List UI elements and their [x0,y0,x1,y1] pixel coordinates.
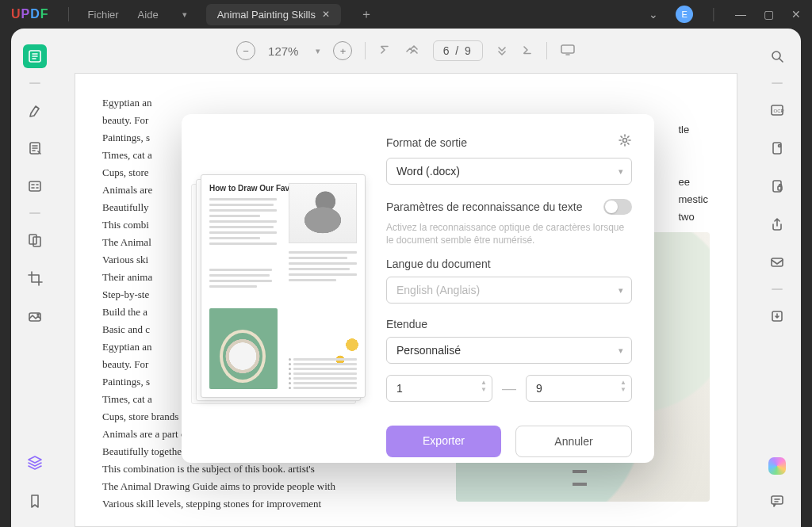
window-minimize-icon[interactable]: — [735,8,746,21]
language-select[interactable]: English (Anglais) [386,277,632,304]
zoom-in-button[interactable]: + [333,41,352,60]
first-page-button[interactable] [378,44,391,59]
range-dash: — [502,380,516,397]
svg-rect-17 [561,45,574,53]
share-button[interactable] [765,212,789,236]
ocr-button[interactable]: OCR [765,98,789,122]
doc-fragment: tle [678,121,708,139]
form-tool-button[interactable] [23,174,47,198]
divider [68,7,69,21]
separator [772,82,783,84]
menu-help[interactable]: Aide [138,9,159,21]
notes-tool-button[interactable] [23,136,47,160]
doc-fragment: mestic [678,191,708,208]
total-pages: 9 [465,44,473,57]
format-label: Format de sortie [386,136,467,149]
divider [365,42,366,59]
compress-button[interactable] [765,136,789,160]
reader-mode-button[interactable] [23,44,47,68]
preview-image-photo [209,308,278,389]
format-select[interactable]: Word (.docx) [386,158,632,185]
doc-fragment: two [678,208,708,226]
user-avatar[interactable]: E [676,6,693,23]
tab-title: Animal Painting Skills [217,9,316,21]
search-button[interactable] [765,44,789,68]
app-frame: OCR − 127% ▾ + [11,29,801,527]
doc-line: Egyptian an [102,94,710,112]
svg-rect-2 [29,181,40,191]
prev-page-button[interactable] [404,44,419,59]
tab-dropdown-icon[interactable]: ▾ [182,10,187,20]
stepper-icon[interactable]: ▲▼ [481,379,487,393]
titlebar: UPDF Fichier Aide ▾ Animal Painting Skil… [0,0,812,29]
document-tab[interactable]: Animal Painting Skills ✕ [206,4,341,25]
last-page-button[interactable] [521,44,534,59]
zoom-value[interactable]: 127% [268,44,298,58]
comments-panel-button[interactable] [765,489,789,513]
bookmark-button[interactable] [23,489,47,513]
ai-assistant-button[interactable] [768,457,786,475]
next-page-button[interactable] [496,44,508,59]
top-toolbar: − 127% ▾ + 6 / 9 [59,29,753,73]
export-button[interactable]: Exporter [386,426,501,457]
highlighter-tool-button[interactable] [23,98,47,122]
divider [546,42,547,59]
svg-rect-16 [772,496,783,504]
svg-point-11 [779,145,781,147]
page-indicator[interactable]: 6 / 9 [433,40,483,61]
divider: │ [710,8,718,21]
range-from-input[interactable]: 1 ▲▼ [386,375,492,402]
window-close-icon[interactable]: ✕ [791,8,801,21]
ocr-hint: Activez la reconnaissance optique de car… [386,221,632,246]
menu-file[interactable]: Fichier [88,9,119,21]
language-label: Langue du document [386,258,632,270]
range-select[interactable]: Personnalisé [386,337,632,364]
layers-button[interactable] [23,451,47,475]
preview-image-dog [289,183,357,243]
doc-fragment: ee [678,174,708,191]
protect-button[interactable] [765,174,789,198]
ocr-settings-label: Paramètres de reconnaissance du texte [386,200,582,213]
zoom-out-button[interactable]: − [236,41,255,60]
svg-text:OCR: OCR [774,109,785,113]
close-tab-icon[interactable]: ✕ [322,9,330,20]
caret-down-icon[interactable]: ⌄ [649,8,658,21]
svg-point-6 [37,314,39,315]
stepper-icon[interactable]: ▲▼ [620,379,626,393]
range-label: Etendue [386,318,632,330]
svg-point-18 [623,139,627,143]
snapshot-tool-button[interactable] [23,304,47,328]
app-logo: UPDF [11,7,49,21]
page-organize-button[interactable] [23,228,47,252]
zoom-dropdown-icon[interactable]: ▾ [316,46,320,56]
new-tab-button[interactable]: ＋ [360,6,373,23]
save-button[interactable] [765,304,789,328]
settings-gear-icon[interactable] [618,133,632,151]
page-preview: How to Draw Our Favorite Pets [201,174,366,444]
separator [772,288,783,290]
cancel-button[interactable]: Annuler [515,426,632,457]
left-sidebar [11,29,59,527]
ocr-toggle[interactable] [603,199,632,215]
svg-rect-14 [772,258,783,266]
email-button[interactable] [765,250,789,274]
crop-tool-button[interactable] [23,266,47,290]
right-sidebar: OCR [753,29,801,527]
separator [29,212,40,214]
export-form: Format de sortie Word (.docx) Paramètres… [386,133,632,444]
export-dialog: How to Draw Our Favorite Pets [182,114,654,463]
separator [29,82,40,84]
range-to-input[interactable]: 9 ▲▼ [526,375,632,402]
window-maximize-icon[interactable]: ▢ [764,8,774,21]
presentation-button[interactable] [560,44,576,59]
current-page: 6 [443,44,451,57]
